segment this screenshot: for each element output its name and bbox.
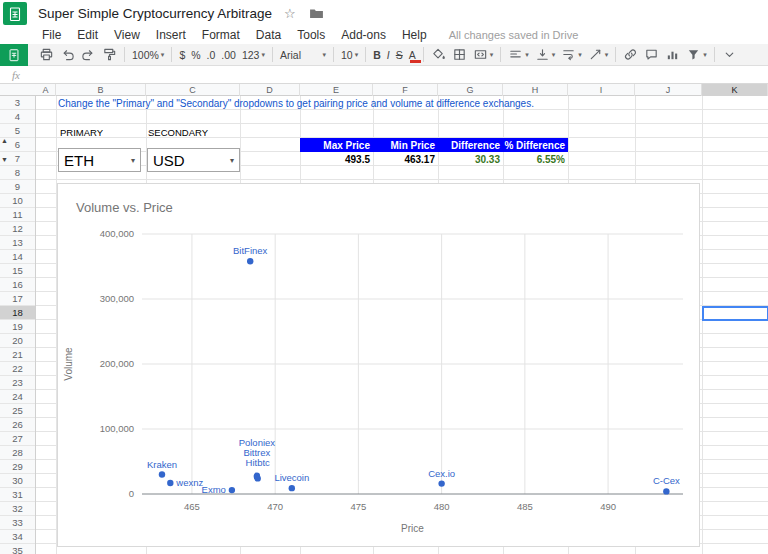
insert-comment-button[interactable] bbox=[641, 45, 662, 65]
row-header-31[interactable]: 31 bbox=[0, 488, 35, 502]
row-header-35[interactable]: 35 bbox=[0, 544, 35, 554]
column-header-E[interactable]: E bbox=[300, 84, 373, 96]
menu-edit[interactable]: Edit bbox=[69, 28, 106, 42]
row-header-15[interactable]: 15 bbox=[0, 264, 35, 278]
row-header-30[interactable]: 30 bbox=[0, 474, 35, 488]
insert-link-button[interactable] bbox=[620, 45, 641, 65]
formula-bar[interactable]: fx bbox=[0, 66, 768, 84]
column-header-D[interactable]: D bbox=[240, 84, 300, 96]
row-header-21[interactable]: 21 bbox=[0, 348, 35, 362]
row-header-27[interactable]: 27 bbox=[0, 432, 35, 446]
stats-value-cell[interactable]: 463.17 bbox=[373, 152, 438, 166]
row-header-32[interactable]: 32 bbox=[0, 502, 35, 516]
row-header-3[interactable]: 3 bbox=[0, 96, 35, 110]
row-group-collapse-down-icon[interactable]: ▼ bbox=[1, 156, 8, 163]
text-color-button[interactable]: A bbox=[406, 45, 419, 65]
decrease-decimal-button[interactable]: .0 bbox=[204, 45, 219, 65]
row-header-19[interactable]: 19 bbox=[0, 320, 35, 334]
horizontal-align-button[interactable]: ▾ bbox=[505, 45, 532, 65]
fill-color-button[interactable] bbox=[428, 45, 449, 65]
stats-value-cell[interactable]: 6.55% bbox=[503, 152, 568, 166]
increase-decimal-button[interactable]: .00 bbox=[218, 45, 239, 65]
row-header-8[interactable]: 8 bbox=[0, 166, 35, 180]
secondary-dropdown[interactable]: USD ▾ bbox=[147, 148, 240, 172]
stats-header-cell[interactable]: Min Price bbox=[373, 138, 438, 152]
row-header-11[interactable]: 11 bbox=[0, 208, 35, 222]
borders-button[interactable] bbox=[449, 45, 470, 65]
menu-tools[interactable]: Tools bbox=[289, 28, 333, 42]
menu-add-ons[interactable]: Add-ons bbox=[333, 28, 394, 42]
row-header-12[interactable]: 12 bbox=[0, 222, 35, 236]
document-title[interactable]: Super Simple Cryptocurrency Arbitrage bbox=[38, 6, 272, 21]
embedded-chart[interactable]: 4654704754804854900100,000200,000300,000… bbox=[57, 183, 700, 547]
stats-value-cell[interactable]: 30.33 bbox=[438, 152, 503, 166]
row-header-34[interactable]: 34 bbox=[0, 530, 35, 544]
row-header-23[interactable]: 23 bbox=[0, 376, 35, 390]
column-header-I[interactable]: I bbox=[568, 84, 635, 96]
row-header-5[interactable]: 5 bbox=[0, 124, 35, 138]
format-currency-button[interactable]: $ bbox=[176, 45, 188, 65]
column-header-G[interactable]: G bbox=[438, 84, 503, 96]
sheets-logo-toolbar[interactable] bbox=[0, 44, 28, 66]
stats-header-cell[interactable]: % Difference bbox=[503, 138, 568, 152]
row-header-14[interactable]: 14 bbox=[0, 250, 35, 264]
merge-cells-button[interactable]: ▾ bbox=[470, 45, 497, 65]
column-header-C[interactable]: C bbox=[146, 84, 240, 96]
row-header-24[interactable]: 24 bbox=[0, 390, 35, 404]
italic-button[interactable]: I bbox=[384, 45, 393, 65]
row-header-13[interactable]: 13 bbox=[0, 236, 35, 250]
redo-button[interactable] bbox=[78, 45, 99, 65]
paint-format-button[interactable] bbox=[99, 45, 120, 65]
menu-view[interactable]: View bbox=[106, 28, 148, 42]
column-header-B[interactable]: B bbox=[56, 84, 146, 96]
filter-button[interactable]: ▾ bbox=[683, 45, 710, 65]
stats-header-cell[interactable]: Difference bbox=[438, 138, 503, 152]
row-header-16[interactable]: 16 bbox=[0, 278, 35, 292]
insert-chart-button[interactable] bbox=[662, 45, 683, 65]
text-rotation-button[interactable]: ▾ bbox=[585, 45, 612, 65]
row-header-33[interactable]: 33 bbox=[0, 516, 35, 530]
column-header-A[interactable]: A bbox=[36, 84, 56, 96]
column-header-H[interactable]: H bbox=[503, 84, 568, 96]
menu-file[interactable]: File bbox=[34, 28, 69, 42]
sheets-logo[interactable] bbox=[3, 2, 27, 25]
row-header-4[interactable]: 4 bbox=[0, 110, 35, 124]
print-button[interactable] bbox=[36, 45, 57, 65]
menu-help[interactable]: Help bbox=[394, 28, 435, 42]
font-family-button[interactable]: Arial▾ bbox=[277, 45, 329, 65]
row-header-25[interactable]: 25 bbox=[0, 404, 35, 418]
more-button[interactable] bbox=[719, 45, 740, 65]
bold-button[interactable]: B bbox=[370, 45, 384, 65]
row-header-10[interactable]: 10 bbox=[0, 194, 35, 208]
stats-value-cell[interactable]: 493.5 bbox=[300, 152, 373, 166]
more-formats-button[interactable]: 123▾ bbox=[239, 45, 268, 65]
primary-dropdown[interactable]: ETH ▾ bbox=[58, 148, 141, 172]
row-header-28[interactable]: 28 bbox=[0, 446, 35, 460]
zoom-button[interactable]: 100%▾ bbox=[129, 45, 167, 65]
row-header-29[interactable]: 29 bbox=[0, 460, 35, 474]
row-header-20[interactable]: 20 bbox=[0, 334, 35, 348]
column-header-F[interactable]: F bbox=[373, 84, 438, 96]
format-percent-button[interactable]: % bbox=[188, 45, 203, 65]
menu-insert[interactable]: Insert bbox=[148, 28, 194, 42]
folder-icon[interactable] bbox=[309, 8, 324, 19]
menu-data[interactable]: Data bbox=[248, 28, 289, 42]
row-header-22[interactable]: 22 bbox=[0, 362, 35, 376]
row-group-collapse-up-icon[interactable]: ▲ bbox=[1, 137, 8, 144]
undo-button[interactable] bbox=[57, 45, 78, 65]
menu-format[interactable]: Format bbox=[194, 28, 248, 42]
strikethrough-button[interactable]: S bbox=[393, 45, 406, 65]
column-header-J[interactable]: J bbox=[635, 84, 702, 96]
font-size-button[interactable]: 10▾ bbox=[338, 45, 361, 65]
row-header-17[interactable]: 17 bbox=[0, 292, 35, 306]
star-icon[interactable]: ☆ bbox=[284, 6, 296, 21]
sheet-area[interactable]: Change the "Primary" and "Secondary" dro… bbox=[36, 96, 768, 554]
row-header-9[interactable]: 9 bbox=[0, 180, 35, 194]
column-header-K[interactable]: K bbox=[702, 84, 768, 96]
vertical-align-button[interactable]: ▾ bbox=[532, 45, 559, 65]
print-icon bbox=[39, 47, 54, 62]
text-wrap-button[interactable]: ▾ bbox=[558, 45, 585, 65]
stats-header-cell[interactable]: Max Price bbox=[300, 138, 373, 152]
row-header-18[interactable]: 18 bbox=[0, 306, 35, 320]
row-header-26[interactable]: 26 bbox=[0, 418, 35, 432]
